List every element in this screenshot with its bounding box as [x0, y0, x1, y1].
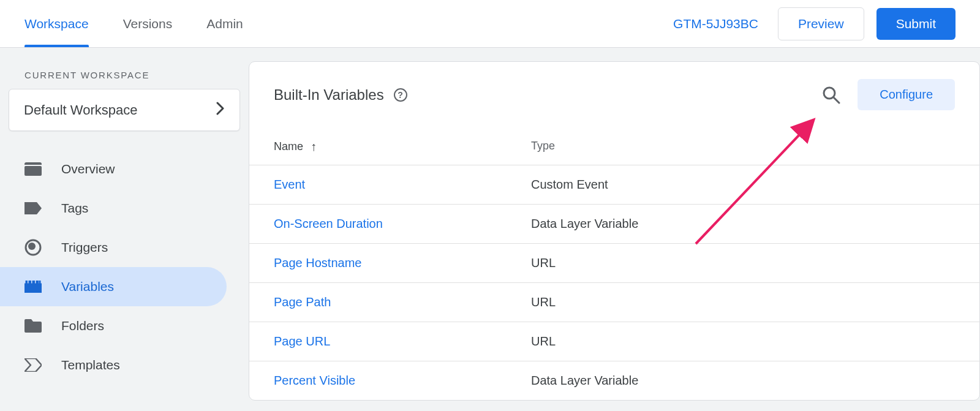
sidebar-item-label: Templates	[61, 358, 120, 372]
variable-type: Data Layer Variable	[531, 374, 955, 388]
trigger-icon	[24, 239, 42, 256]
sidebar-item-label: Triggers	[61, 240, 108, 255]
template-icon	[24, 356, 42, 374]
variable-name-link[interactable]: Event	[274, 178, 531, 192]
folder-icon	[24, 317, 42, 334]
preview-button[interactable]: Preview	[778, 7, 864, 40]
sidebar-item-overview[interactable]: Overview	[0, 149, 227, 189]
variable-name-link[interactable]: Page Path	[274, 295, 531, 309]
variable-type: URL	[531, 295, 955, 309]
builtin-variables-card: Built-In Variables ? Configure Name ↑ Ty…	[249, 61, 980, 401]
tab-admin[interactable]: Admin	[206, 2, 243, 46]
variable-type: Custom Event	[531, 178, 955, 192]
sidebar-item-folders[interactable]: Folders	[0, 306, 227, 345]
svg-rect-3	[24, 284, 42, 293]
column-header-name[interactable]: Name ↑	[274, 140, 531, 154]
variable-type: URL	[531, 334, 955, 349]
sidebar: CURRENT WORKSPACE Default Workspace Over…	[0, 48, 249, 411]
submit-button[interactable]: Submit	[876, 8, 956, 40]
container-id[interactable]: GTM-5JJ93BC	[673, 17, 758, 31]
tag-icon	[24, 200, 42, 217]
table-row[interactable]: Page Path URL	[249, 282, 979, 322]
chevron-right-icon	[216, 100, 225, 119]
tab-workspace[interactable]: Workspace	[24, 2, 89, 46]
configure-button[interactable]: Configure	[858, 79, 955, 110]
sidebar-item-variables[interactable]: Variables	[0, 267, 227, 306]
sidebar-item-label: Variables	[61, 279, 114, 294]
main-content: Built-In Variables ? Configure Name ↑ Ty…	[249, 48, 980, 411]
svg-point-2	[28, 243, 36, 250]
tab-versions[interactable]: Versions	[123, 2, 173, 46]
variable-name-link[interactable]: Page Hostname	[274, 256, 531, 270]
header-tabs: Workspace Versions Admin	[24, 2, 243, 46]
sidebar-item-triggers[interactable]: Triggers	[0, 228, 227, 267]
svg-line-9	[834, 97, 839, 103]
table-header: Name ↑ Type	[249, 123, 979, 165]
variable-type: URL	[531, 256, 955, 270]
svg-rect-5	[29, 281, 31, 284]
variables-icon	[24, 278, 42, 295]
variable-name-link[interactable]: Percent Visible	[274, 374, 531, 388]
header-actions: GTM-5JJ93BC Preview Submit	[673, 7, 956, 40]
table-row[interactable]: Page URL URL	[249, 322, 979, 361]
sidebar-item-label: Tags	[61, 201, 88, 216]
sidebar-section-label: CURRENT WORKSPACE	[0, 65, 249, 89]
column-name-label: Name	[274, 140, 303, 153]
sidebar-item-label: Folders	[61, 319, 104, 333]
card-header-actions: Configure	[822, 79, 955, 110]
variable-name-link[interactable]: On-Screen Duration	[274, 217, 531, 231]
workspace-name: Default Workspace	[24, 102, 137, 118]
sort-arrow-icon: ↑	[311, 140, 317, 154]
svg-rect-0	[24, 166, 42, 176]
sidebar-item-templates[interactable]: Templates	[0, 345, 227, 385]
column-header-type[interactable]: Type	[531, 140, 955, 154]
svg-rect-4	[26, 281, 28, 284]
table-row[interactable]: Page Hostname URL	[249, 243, 979, 282]
table-row[interactable]: Event Custom Event	[249, 165, 979, 204]
card-title: Built-In Variables	[274, 86, 384, 104]
svg-rect-7	[37, 281, 39, 284]
workspace-selector[interactable]: Default Workspace	[9, 89, 240, 131]
sidebar-item-label: Overview	[61, 162, 115, 176]
table-row[interactable]: Percent Visible Data Layer Variable	[249, 361, 979, 400]
sidebar-item-tags[interactable]: Tags	[0, 189, 227, 228]
overview-icon	[24, 160, 42, 178]
table-row[interactable]: On-Screen Duration Data Layer Variable	[249, 204, 979, 243]
search-icon[interactable]	[822, 86, 840, 104]
svg-rect-6	[33, 281, 35, 284]
sidebar-nav: Overview Tags Triggers Variables	[0, 149, 249, 385]
variable-name-link[interactable]: Page URL	[274, 334, 531, 349]
help-icon[interactable]: ?	[394, 88, 407, 102]
top-header: Workspace Versions Admin GTM-5JJ93BC Pre…	[0, 0, 980, 48]
variable-type: Data Layer Variable	[531, 217, 955, 231]
card-header: Built-In Variables ? Configure	[249, 62, 979, 123]
